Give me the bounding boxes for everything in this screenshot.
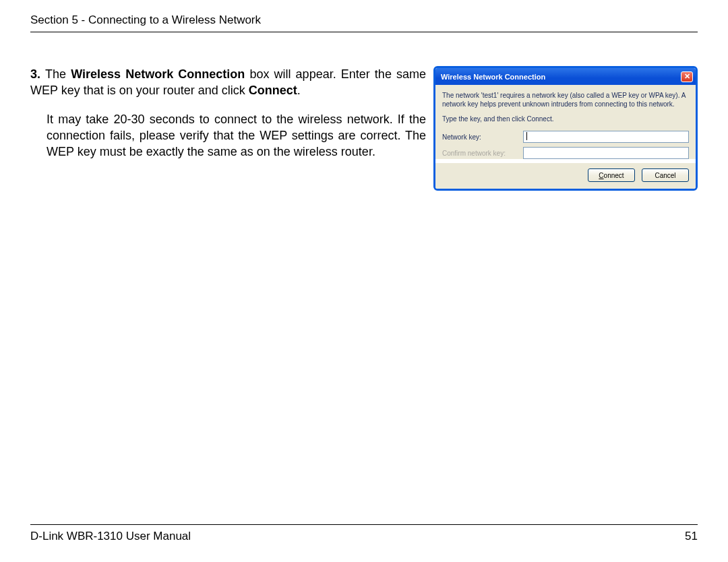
- step-text-suffix: .: [297, 84, 301, 97]
- network-key-label: Network key:: [442, 133, 523, 141]
- dialog-info-text: The network 'test1' requires a network k…: [442, 92, 689, 108]
- step-number: 3.: [30, 67, 45, 81]
- connect-mnemonic: C: [599, 172, 603, 179]
- connect-button[interactable]: Connect: [588, 168, 635, 182]
- page-footer: D-Link WBR-1310 User Manual 51: [30, 524, 698, 543]
- connect-rest: onnect: [604, 172, 624, 179]
- wireless-connection-dialog: Wireless Network Connection ✕ The networ…: [433, 66, 698, 191]
- close-button[interactable]: ✕: [681, 71, 693, 82]
- network-key-input[interactable]: [523, 131, 689, 143]
- page-number: 51: [685, 530, 698, 543]
- step-bold-2: Connect: [249, 84, 297, 97]
- body-paragraph: It may take 20-30 seconds to connect to …: [30, 111, 426, 160]
- step-text-prefix: The: [45, 67, 71, 81]
- close-icon: ✕: [684, 73, 690, 80]
- text-caret: [526, 132, 527, 140]
- dialog-titlebar: Wireless Network Connection ✕: [435, 68, 696, 85]
- confirm-key-input[interactable]: [523, 147, 689, 159]
- dialog-body: The network 'test1' requires a network k…: [435, 85, 696, 159]
- cancel-label: Cancel: [655, 172, 675, 179]
- step-bold-1: Wireless Network Connection: [71, 67, 245, 81]
- section-header: Section 5 - Connecting to a Wireless Net…: [30, 13, 698, 32]
- dialog-footer: Connect Cancel: [435, 163, 696, 189]
- dialog-title: Wireless Network Connection: [441, 73, 545, 81]
- footer-left: D-Link WBR-1310 User Manual: [30, 530, 191, 543]
- dialog-instruction-text: Type the key, and then click Connect.: [442, 115, 689, 123]
- confirm-key-label: Confirm network key:: [442, 150, 523, 157]
- cancel-button[interactable]: Cancel: [642, 168, 689, 182]
- step-3-paragraph: 3. The Wireless Network Connection box w…: [30, 66, 426, 99]
